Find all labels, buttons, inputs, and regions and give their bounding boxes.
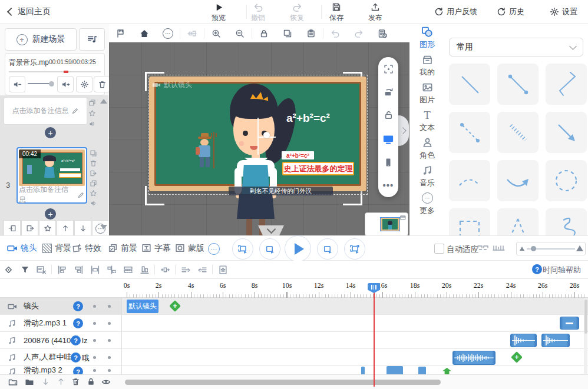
lock-track-icon[interactable]	[87, 377, 95, 386]
formula-tag[interactable]: a²+b²=c²	[282, 151, 314, 159]
track-option-dot[interactable]	[108, 369, 111, 372]
shape-dashed-angle[interactable]	[497, 208, 539, 235]
audio-blip[interactable]	[418, 367, 426, 374]
move-scene-up-button[interactable]	[57, 220, 74, 235]
align-center-icon[interactable]	[103, 265, 120, 275]
audio-clip[interactable]	[541, 334, 570, 347]
scene-card-selected[interactable]: a²+b²=c² 00:42 点击添加备注信息	[16, 147, 87, 204]
add-keyframe[interactable]: +	[511, 351, 523, 363]
track-row-audio3[interactable]: 人声,人群中哇 ? 哦 +	[0, 349, 588, 366]
volume-down-button[interactable]	[9, 76, 25, 92]
import-track-icon[interactable]	[8, 377, 18, 387]
publish-button[interactable]: 发布	[359, 2, 392, 23]
track-option-dot[interactable]	[93, 356, 96, 359]
scene-delete-icon[interactable]	[90, 159, 97, 167]
align-right-icon[interactable]	[70, 265, 87, 275]
copy-icon[interactable]	[276, 29, 299, 38]
lock-icon[interactable]	[252, 29, 276, 38]
timeline-zoom-slider[interactable]	[516, 242, 586, 255]
default-camera-chip[interactable]: 默认镜头	[127, 300, 158, 313]
scene-note-input[interactable]: 点击添加备注信息	[4, 97, 87, 125]
distribute-icon[interactable]	[157, 265, 173, 275]
zoom-in-icon[interactable]	[204, 29, 228, 38]
move-scene-down-button[interactable]	[74, 220, 91, 235]
keyframe-icon[interactable]	[0, 265, 16, 275]
canvas-viewport[interactable]: 默认镜头	[109, 42, 409, 235]
filter-icon[interactable]	[16, 265, 33, 274]
tab-text[interactable]: T 文本	[409, 107, 445, 135]
align-bottom-icon[interactable]	[136, 265, 153, 275]
play-fullscreen-button[interactable]	[344, 238, 365, 260]
track-help-badge[interactable]: ?	[71, 335, 81, 345]
minimap-window-icon[interactable]	[400, 215, 406, 221]
shape-diagonal-line[interactable]	[449, 64, 490, 105]
volume-slider-thumb[interactable]	[49, 81, 54, 87]
canvas-undo-icon[interactable]	[323, 29, 347, 38]
play-button[interactable]	[285, 235, 311, 262]
fit-timeline-icon[interactable]	[477, 244, 488, 252]
audio-clip[interactable]	[510, 334, 537, 347]
paste-icon[interactable]	[299, 29, 323, 38]
scale-1-1-icon[interactable]	[493, 244, 505, 252]
canvas-redo-icon[interactable]	[347, 29, 371, 38]
vertical-scrollbar[interactable]	[584, 298, 587, 374]
auto-fit-checkbox[interactable]	[434, 244, 444, 254]
shape-category-dropdown[interactable]: 常用	[449, 38, 583, 56]
tab-my-assets[interactable]: 我的	[409, 52, 445, 79]
move-track-down-icon[interactable]	[41, 377, 50, 386]
landscape-mode-icon[interactable]	[382, 133, 394, 145]
track-option-dot[interactable]	[93, 369, 96, 372]
scene-restore-icon[interactable]	[90, 179, 97, 187]
save-button[interactable]: 保存	[320, 2, 353, 23]
shape-dashed-line-dots[interactable]	[449, 112, 490, 153]
tab-subtitles[interactable]: 字幕	[141, 236, 171, 260]
scene-star-icon[interactable]	[90, 189, 97, 197]
add-scene-button[interactable]: +	[45, 208, 56, 220]
align-both-icon[interactable]	[87, 265, 103, 275]
history-button[interactable]: 历史	[497, 0, 524, 24]
track-row-audio1[interactable]: 滑动2.mp3 1 ?	[0, 315, 588, 332]
folder-icon[interactable]	[25, 377, 34, 387]
shape-squiggle[interactable]	[546, 208, 587, 235]
scene-restore-icon[interactable]	[88, 99, 96, 107]
delete-track-icon[interactable]	[71, 377, 80, 386]
shift-left-icon[interactable]	[194, 265, 210, 275]
tab-images[interactable]: 图片	[409, 79, 445, 107]
scene-copy-icon[interactable]	[90, 149, 97, 157]
undo-button[interactable]: 撤销	[242, 2, 275, 23]
track-option-dot[interactable]	[108, 305, 111, 308]
shape-dashed-arc[interactable]	[449, 160, 490, 201]
play-scene-button[interactable]	[259, 238, 280, 260]
toggle-visibility-icon[interactable]	[101, 377, 111, 387]
shape-line-hooks[interactable]	[546, 64, 587, 105]
move-track-up-icon[interactable]	[57, 377, 65, 386]
track-help-badge[interactable]: ?	[73, 318, 83, 328]
add-camera-keyframe[interactable]: +	[169, 300, 181, 312]
tab-camera[interactable]: 镜头	[7, 236, 37, 260]
track-option-dot[interactable]	[108, 322, 111, 325]
track-option-dot[interactable]	[93, 322, 96, 325]
focus-icon[interactable]	[384, 64, 394, 74]
tab-more[interactable]: ⋯ 更多	[409, 190, 445, 218]
tab-shapes[interactable]: 图形	[409, 24, 445, 52]
home-icon[interactable]	[133, 29, 156, 38]
align-left-icon[interactable]	[54, 265, 70, 275]
shape-curved-arrow[interactable]	[497, 160, 539, 201]
tab-foreground[interactable]: 前景	[108, 236, 137, 260]
tab-effects[interactable]: 特效	[72, 236, 101, 260]
timeline-ruler[interactable]: 0s 2s 4s 6s 8s 10s 12s 14s 16s 18s 20s 2…	[0, 278, 588, 298]
track-option-dot[interactable]	[93, 339, 96, 342]
shape-dashed-rect[interactable]	[449, 208, 490, 235]
shape-dashed-circle[interactable]	[546, 160, 587, 201]
play-from-here-button[interactable]	[317, 238, 338, 260]
scene-audio-icon[interactable]	[90, 200, 97, 207]
user-feedback-button[interactable]: 用户反馈	[434, 0, 477, 24]
track-row-audio2[interactable]: 200876 (4410 ? lz	[0, 332, 588, 349]
new-scene-button[interactable]: + 新建场景	[5, 28, 77, 51]
stretch-icon[interactable]	[120, 265, 136, 275]
scene3-note-input[interactable]: 点击添加备注信息	[19, 187, 85, 202]
flip-rotate-icon[interactable]	[384, 87, 394, 97]
panel-expand-tab[interactable]	[398, 115, 409, 146]
minimap[interactable]	[365, 212, 408, 235]
history-doc-icon[interactable]	[371, 29, 394, 38]
